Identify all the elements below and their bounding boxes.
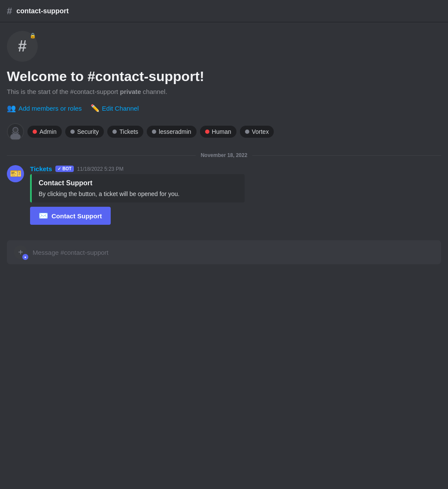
- contact-support-label: Contact Support: [51, 212, 102, 220]
- channel-icon: # 🔒: [7, 31, 38, 62]
- channel-hash-icon: #: [7, 6, 12, 17]
- welcome-title: Welcome to #contact-support!: [7, 69, 441, 85]
- role-label-human: Human: [212, 128, 231, 135]
- separator-line-right: [252, 155, 441, 156]
- message-input-placeholder[interactable]: Message #contact-support: [33, 249, 434, 256]
- role-dot-tickets: [112, 130, 117, 134]
- main-content: # 🔒 Welcome to #contact-support! This is…: [0, 22, 448, 489]
- svg-point-3: [13, 128, 18, 132]
- add-badge: ●: [22, 254, 28, 260]
- message-embed: Contact Support By clicking the button, …: [30, 174, 245, 202]
- lock-icon: 🔒: [30, 33, 36, 39]
- bot-badge: ✓ BOT: [55, 166, 73, 172]
- avatar-image: [8, 124, 23, 139]
- role-tag-security[interactable]: Security: [65, 126, 104, 138]
- edit-channel-icon: ✏️: [91, 104, 100, 113]
- envelope-icon: ✉️: [39, 211, 48, 220]
- message-content: Tickets ✓ BOT 11/18/2022 5:23 PM Contact…: [30, 165, 441, 225]
- roles-row: Admin Security Tickets lesseradmin Human…: [7, 123, 441, 140]
- message-header: Tickets ✓ BOT 11/18/2022 5:23 PM: [30, 165, 441, 172]
- topbar: # contact-support: [0, 0, 448, 22]
- checkmark-icon: ✓: [58, 166, 61, 171]
- add-members-button[interactable]: 👥 Add members or roles: [7, 104, 82, 113]
- role-tag-admin[interactable]: Admin: [27, 126, 62, 138]
- role-tag-lesseradmin[interactable]: lesseradmin: [147, 126, 196, 138]
- add-members-label: Add members or roles: [18, 105, 82, 112]
- role-dot-admin: [33, 130, 37, 134]
- role-tag-tickets[interactable]: Tickets: [107, 126, 143, 138]
- edit-channel-button[interactable]: ✏️ Edit Channel: [91, 104, 139, 113]
- role-tag-human[interactable]: Human: [200, 126, 236, 138]
- role-label-vortex: Vortex: [252, 128, 269, 135]
- role-label-security: Security: [77, 128, 99, 135]
- role-dot-human: [205, 130, 209, 134]
- role-dot-security: [70, 130, 75, 134]
- bot-avatar: 🎫: [7, 165, 24, 182]
- bot-avatar-icon: 🎫: [10, 168, 21, 179]
- bot-badge-text: BOT: [62, 166, 71, 171]
- topbar-channel-name: contact-support: [16, 7, 69, 15]
- role-dot-lesseradmin: [152, 130, 156, 134]
- role-dot-vortex: [245, 130, 249, 134]
- contact-support-button[interactable]: ✉️ Contact Support: [30, 207, 111, 225]
- role-label-lesseradmin: lesseradmin: [159, 128, 191, 135]
- role-tag-vortex[interactable]: Vortex: [240, 126, 274, 138]
- date-separator: November 18, 2022: [7, 152, 441, 158]
- separator-line-left: [7, 155, 196, 156]
- subtitle-bold: private: [120, 88, 141, 95]
- embed-title: Contact Support: [39, 179, 238, 187]
- avatar: [7, 123, 24, 140]
- date-separator-text: November 18, 2022: [201, 152, 248, 158]
- add-members-icon: 👥: [7, 104, 16, 113]
- role-label-admin: Admin: [39, 128, 57, 135]
- role-label-tickets: Tickets: [119, 128, 138, 135]
- action-buttons: 👥 Add members or roles ✏️ Edit Channel: [7, 104, 441, 113]
- channel-hash-large-icon: #: [18, 39, 27, 54]
- message-author: Tickets: [30, 165, 52, 172]
- message-group: 🎫 Tickets ✓ BOT 11/18/2022 5:23 PM Conta…: [7, 165, 441, 225]
- add-file-button[interactable]: + ●: [14, 245, 27, 259]
- welcome-subtitle: This is the start of the #contact-suppor…: [7, 88, 441, 95]
- subtitle-prefix: This is the start of the #contact-suppor…: [7, 88, 120, 95]
- message-timestamp: 11/18/2022 5:23 PM: [77, 166, 124, 172]
- message-input-bar: + ● Message #contact-support: [7, 240, 441, 264]
- edit-channel-label: Edit Channel: [102, 105, 139, 112]
- embed-description: By clicking the button, a ticket will be…: [39, 190, 238, 197]
- subtitle-suffix: channel.: [141, 88, 167, 95]
